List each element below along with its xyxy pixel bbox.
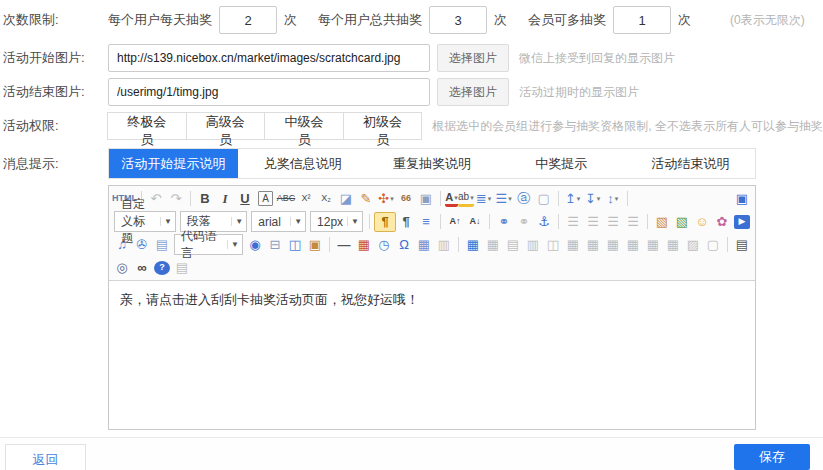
para-space-bottom-icon[interactable]: ↧▾ (583, 190, 603, 208)
toolbar-separator (369, 214, 370, 229)
horizontal-rule-icon[interactable]: — (334, 236, 354, 254)
message-tab[interactable]: 重复抽奖说明 (367, 149, 496, 178)
scrawl-icon[interactable]: ✿ (712, 213, 732, 231)
toolbar-separator (329, 237, 330, 252)
split-cells-icon[interactable]: ▦ (623, 236, 643, 254)
superscript-icon[interactable]: X² (296, 190, 316, 208)
help-icon[interactable]: ? (154, 261, 170, 275)
para-space-top-icon[interactable]: ↥▾ (563, 190, 583, 208)
attachment-icon[interactable]: ✇ (132, 236, 152, 254)
insert-map-icon[interactable]: ▤ (152, 236, 172, 254)
merge-right-icon[interactable]: ▦ (563, 236, 583, 254)
print-icon[interactable]: ▤ (732, 236, 752, 254)
underline-icon[interactable]: U (235, 190, 255, 208)
message-tab[interactable]: 活动开始提示说明 (109, 149, 238, 178)
insert-code-icon[interactable]: ◉ (245, 236, 265, 254)
limit-count-input[interactable] (429, 6, 487, 34)
merge-cells-icon[interactable]: ▦ (603, 236, 623, 254)
upload-image-icon[interactable]: ▧ (672, 213, 692, 231)
table-bg-icon[interactable]: ▨ (683, 236, 703, 254)
font-family-select[interactable]: arial▼ (251, 211, 306, 232)
insert-music-icon[interactable]: ♫ (112, 236, 132, 254)
align-left-icon[interactable]: ☰ (563, 213, 583, 231)
new-doc-icon[interactable]: ▢ (703, 236, 723, 254)
limit-count-input[interactable] (613, 6, 671, 34)
member-level-button[interactable]: 终极会员 (107, 112, 187, 140)
insert-frame-icon[interactable]: ◫ (285, 236, 305, 254)
merge-down-icon[interactable]: ▦ (583, 236, 603, 254)
emotion-icon[interactable]: ☺ (692, 213, 712, 231)
table-caption-icon[interactable]: ▤ (503, 236, 523, 254)
ordered-list-icon[interactable]: ≣▾ (474, 190, 494, 208)
insert-table-icon[interactable]: ▦ (463, 236, 483, 254)
limit-field-label: 每个用户总共抽奖 (318, 11, 422, 29)
insert-time-icon[interactable]: ◷ (374, 236, 394, 254)
limit-count-input[interactable] (219, 6, 277, 34)
message-tab[interactable]: 中奖提示 (497, 149, 626, 178)
page-break-icon[interactable]: ⊟ (265, 236, 285, 254)
anchor-a-icon[interactable]: ⓐ (514, 190, 534, 208)
end-image-row: 活动结束图片: 选择图片 活动过期时的显示图片 (3, 78, 823, 106)
to-uppercase-icon[interactable]: A↑ (445, 213, 465, 231)
anchor-icon[interactable]: ⚓ (534, 213, 554, 231)
custom-title-select[interactable]: 自定义标题▼ (114, 211, 176, 232)
split-cols-icon[interactable]: ▦ (663, 236, 683, 254)
snapshot-icon[interactable]: ▣ (305, 236, 325, 254)
message-tab[interactable]: 兑奖信息说明 (238, 149, 367, 178)
preview-icon[interactable]: ◎ (112, 259, 132, 277)
doc-template-icon[interactable]: ▥ (434, 236, 454, 254)
paste-icon[interactable]: ▤ (172, 259, 192, 277)
entry-rtl-icon[interactable]: ¶ (396, 213, 416, 231)
italic-icon[interactable]: I (215, 190, 235, 208)
align-right-icon[interactable]: ☰ (603, 213, 623, 231)
bold-icon[interactable]: B (195, 190, 215, 208)
unlink-icon[interactable]: ⚭ (514, 213, 534, 231)
table-edit-icon[interactable]: ▦ (414, 236, 434, 254)
member-level-button[interactable]: 中级会员 (264, 112, 344, 140)
message-tab[interactable]: 活动结束说明 (626, 149, 755, 178)
blank-doc-icon[interactable]: ▢ (534, 190, 554, 208)
search-replace-icon[interactable]: ∞ (132, 259, 152, 277)
delete-table-icon[interactable]: ▦ (483, 236, 503, 254)
blockquote-icon[interactable]: 66 (396, 190, 416, 208)
redo-icon[interactable]: ↷ (166, 190, 186, 208)
save-button[interactable]: 保存 (734, 444, 810, 470)
font-color-icon[interactable]: A▾ (445, 191, 458, 207)
message-tabs-label: 消息提示: (3, 155, 108, 173)
link-icon[interactable]: ⚭ (494, 213, 514, 231)
align-justify-icon[interactable]: ☰ (623, 213, 643, 231)
code-language-select[interactable]: 代码语言▼ (174, 234, 243, 255)
insert-col-icon[interactable]: ◫ (543, 236, 563, 254)
unordered-list-icon[interactable]: ☰▾ (494, 190, 514, 208)
auto-typeset-icon[interactable]: ✣▾ (376, 190, 396, 208)
start-image-input[interactable] (108, 44, 430, 72)
undo-icon[interactable]: ↶ (146, 190, 166, 208)
end-image-input[interactable] (108, 78, 430, 106)
end-image-pick-button[interactable]: 选择图片 (437, 78, 509, 106)
member-level-button[interactable]: 初级会员 (343, 112, 423, 140)
special-char-icon[interactable]: Ω (394, 236, 414, 254)
font-size-select[interactable]: 12px▼ (310, 211, 363, 232)
insert-video-icon[interactable]: ▶ (734, 215, 750, 229)
remove-format-icon[interactable]: ◪ (336, 190, 356, 208)
entry-ltr-icon[interactable]: ¶ (374, 212, 396, 232)
fullscreen-icon[interactable]: ▣ (732, 190, 752, 208)
line-height-icon[interactable]: ↕▾ (603, 190, 623, 208)
strikethrough-icon[interactable]: ABC (276, 190, 296, 208)
editor-content[interactable]: 亲，请点击进入刮刮卡抽奖活动页面，祝您好运哦！ (109, 281, 755, 429)
border-text-icon[interactable]: A (258, 191, 273, 206)
insert-row-icon[interactable]: ▥ (523, 236, 543, 254)
align-center-icon[interactable]: ☰ (583, 213, 603, 231)
start-image-pick-button[interactable]: 选择图片 (437, 44, 509, 72)
split-rows-icon[interactable]: ▦ (643, 236, 663, 254)
member-level-button[interactable]: 高级会员 (186, 112, 266, 140)
paste-plain-icon[interactable]: ▣ (416, 190, 436, 208)
indent-icon[interactable]: ≡ (416, 213, 436, 231)
back-button[interactable]: 返回 (5, 444, 86, 470)
to-lowercase-icon[interactable]: A↓ (465, 213, 485, 231)
subscript-icon[interactable]: X₂ (316, 190, 336, 208)
format-painter-icon[interactable]: ✎ (356, 190, 376, 208)
insert-image-icon[interactable]: ▧ (652, 213, 672, 231)
highlight-color-icon[interactable]: ab▾ (458, 191, 474, 207)
insert-date-icon[interactable]: ▦ (354, 236, 374, 254)
